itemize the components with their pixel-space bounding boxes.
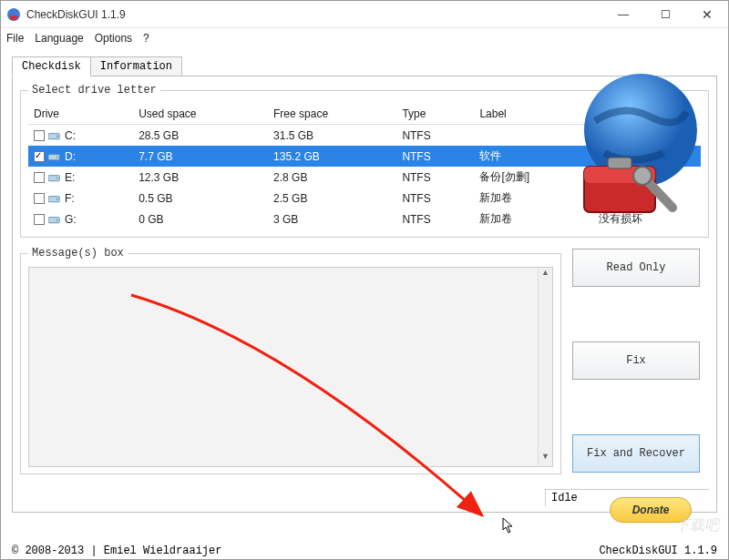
drive-checkbox[interactable] xyxy=(34,130,45,141)
menubar: File Language Options ? xyxy=(1,28,728,48)
titlebar: CheckDiskGUI 1.1.9 — ☐ ✕ xyxy=(1,1,728,28)
disk-icon xyxy=(48,131,61,140)
app-icon xyxy=(6,7,21,22)
menu-language[interactable]: Language xyxy=(35,32,83,45)
disk-icon xyxy=(48,194,61,203)
menu-options[interactable]: Options xyxy=(95,32,132,45)
message-group-legend: Message(s) box xyxy=(28,247,128,260)
footer-right: CheckDiskGUI 1.1.9 xyxy=(599,545,717,557)
drive-letter: E: xyxy=(65,171,75,184)
cell-type: NTFS xyxy=(396,209,474,229)
cursor-icon xyxy=(502,517,515,535)
menu-help[interactable]: ? xyxy=(143,32,149,45)
status-bar: Idle xyxy=(20,489,709,506)
scroll-down-icon[interactable]: ▼ xyxy=(539,452,552,466)
cell-type: NTFS xyxy=(396,167,474,188)
app-graphic-icon xyxy=(568,66,704,224)
svg-rect-1 xyxy=(10,15,17,20)
footer-left: © 2008-2013 | Emiel Wieldraaijer xyxy=(12,545,221,557)
cell-used: 0.5 GB xyxy=(133,188,268,209)
maximize-button[interactable]: ☐ xyxy=(644,1,686,27)
drive-letter: G: xyxy=(65,213,77,226)
footer: © 2008-2013 | Emiel Wieldraaijer CheckDi… xyxy=(12,545,717,557)
fix-button[interactable]: Fix xyxy=(572,341,700,380)
window-title: CheckDiskGUI 1.1.9 xyxy=(26,8,602,21)
drive-letter: F: xyxy=(65,192,75,205)
disk-icon xyxy=(48,173,61,182)
cell-type: NTFS xyxy=(396,125,474,147)
column-header[interactable]: Free space xyxy=(268,104,396,125)
svg-point-5 xyxy=(56,157,58,158)
message-group: Message(s) box ▲ ▼ xyxy=(20,247,561,474)
tab-information[interactable]: Information xyxy=(91,56,182,76)
cell-used: 7.7 GB xyxy=(133,146,268,167)
column-header[interactable]: Type xyxy=(396,104,474,125)
svg-point-7 xyxy=(56,178,58,179)
message-box: ▲ ▼ xyxy=(28,267,553,467)
cell-free: 2.5 GB xyxy=(268,188,396,209)
window-controls: — ☐ ✕ xyxy=(602,1,728,27)
cell-free: 2.8 GB xyxy=(268,167,396,188)
drive-checkbox[interactable] xyxy=(34,172,45,183)
drive-checkbox[interactable] xyxy=(34,193,45,204)
tab-checkdisk[interactable]: Checkdisk xyxy=(12,56,91,76)
drive-letter: C: xyxy=(65,129,76,142)
column-header[interactable]: Drive xyxy=(28,104,133,125)
cell-free: 31.5 GB xyxy=(268,125,396,147)
svg-point-11 xyxy=(56,219,58,221)
svg-point-9 xyxy=(56,199,58,200)
svg-point-3 xyxy=(56,136,58,137)
menu-file[interactable]: File xyxy=(6,32,24,45)
cell-type: NTFS xyxy=(396,188,474,209)
drive-letter: D: xyxy=(65,150,76,163)
drive-checkbox[interactable] xyxy=(34,151,45,162)
cell-used: 0 GB xyxy=(133,209,268,229)
message-scrollbar[interactable]: ▲ ▼ xyxy=(538,268,552,466)
cell-free: 135.2 GB xyxy=(268,146,396,167)
drive-group-legend: Select drive letter xyxy=(28,84,160,97)
scroll-up-icon[interactable]: ▲ xyxy=(539,268,552,282)
fix-and-recover-button[interactable]: Fix and Recover xyxy=(572,434,700,473)
cell-used: 12.3 GB xyxy=(133,167,268,188)
disk-icon xyxy=(48,152,61,161)
cell-free: 3 GB xyxy=(268,209,396,229)
cell-used: 28.5 GB xyxy=(133,125,268,147)
disk-icon xyxy=(48,215,61,224)
svg-point-16 xyxy=(633,167,652,185)
cell-type: NTFS xyxy=(396,146,474,167)
svg-rect-15 xyxy=(608,158,631,168)
close-button[interactable]: ✕ xyxy=(686,1,728,27)
read-only-button[interactable]: Read Only xyxy=(572,249,700,287)
watermark: 下载吧 xyxy=(675,516,719,535)
column-header[interactable]: Used space xyxy=(133,104,268,125)
minimize-button[interactable]: — xyxy=(602,1,644,27)
drive-checkbox[interactable] xyxy=(34,214,45,225)
